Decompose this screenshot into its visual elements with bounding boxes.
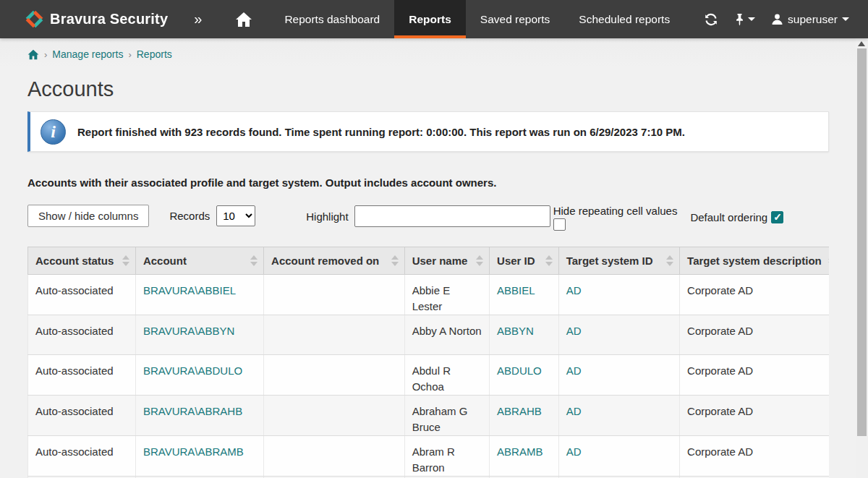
account-link[interactable]: BRAVURA\ABRAMB	[143, 445, 244, 458]
cell-text: Auto-associated	[35, 405, 114, 417]
sort-icon[interactable]	[545, 255, 553, 266]
target-system-id-link[interactable]: AD	[566, 364, 582, 377]
target-system-id-link[interactable]: AD	[566, 325, 582, 337]
username-label: superuser	[788, 13, 838, 26]
account-link[interactable]: BRAVURA\ABBIEL	[143, 284, 236, 296]
brand-logo[interactable]: Bravura Security	[0, 0, 178, 38]
sort-icon[interactable]	[666, 255, 673, 266]
tab-scheduled-reports[interactable]: Scheduled reports	[564, 0, 684, 38]
table-row: Auto-associatedBRAVURA\ABBIELAbbie E Les…	[28, 275, 830, 315]
column-header-account-removed-on[interactable]: Account removed on	[264, 247, 405, 275]
chevron-down-icon	[748, 17, 755, 21]
table-row: Auto-associatedBRAVURA\ABRAMBAbram R Bar…	[28, 436, 830, 477]
cell-account-status: Auto-associated	[28, 396, 136, 436]
highlight-input[interactable]	[354, 205, 550, 227]
cell-account-removed-on	[264, 436, 405, 477]
breadcrumb-home-icon[interactable]	[27, 49, 39, 60]
cell-account-status: Auto-associated	[28, 355, 136, 396]
vertical-scrollbar[interactable]	[856, 38, 868, 478]
cell-text: Corporate AD	[687, 284, 753, 296]
cell-target-system-id: AD	[558, 436, 679, 477]
cell-target-system-id: AD	[558, 315, 679, 355]
cell-user-name: Abby A Norton	[404, 315, 489, 355]
cell-target-system-id: AD	[558, 355, 679, 396]
home-icon	[235, 12, 252, 27]
user-id-link[interactable]: ABBIEL	[497, 284, 535, 296]
user-id-link[interactable]: ABRAHB	[497, 405, 542, 417]
account-link[interactable]: BRAVURA\ABDULO	[143, 364, 242, 377]
user-id-link[interactable]: ABDULO	[497, 364, 542, 377]
table-row: Auto-associatedBRAVURA\ABRAHBAbraham G B…	[28, 396, 830, 436]
brand-name: Bravura Security	[50, 11, 168, 27]
scrollbar-up-arrow-icon[interactable]	[858, 41, 865, 46]
cell-account-removed-on	[264, 396, 405, 436]
user-menu[interactable]: superuser	[771, 13, 849, 26]
sort-icon[interactable]	[122, 255, 129, 266]
sort-icon[interactable]	[250, 255, 258, 266]
cell-user-id: ABRAMB	[490, 436, 559, 477]
home-button[interactable]	[218, 0, 270, 38]
breadcrumb-manage-reports[interactable]: Manage reports	[52, 48, 123, 60]
cell-account-removed-on	[264, 315, 405, 355]
table-row: Auto-associatedBRAVURA\ABDULOAbdul R Och…	[28, 355, 830, 396]
column-header-user-name[interactable]: User name	[404, 247, 489, 275]
column-header-label: User ID	[497, 255, 535, 267]
refresh-button[interactable]	[704, 12, 718, 27]
default-ordering-label: Default ordering	[690, 211, 767, 223]
column-header-label: Account status	[35, 255, 114, 267]
column-header-label: Account removed on	[271, 255, 379, 267]
sort-icon[interactable]	[476, 255, 483, 266]
account-link[interactable]: BRAVURA\ABBYN	[143, 325, 234, 337]
cell-text: Abdul R Ochoa	[412, 364, 451, 393]
tab-reports[interactable]: Reports	[394, 0, 466, 38]
target-system-id-link[interactable]: AD	[566, 405, 582, 417]
tab-reports-dashboard[interactable]: Reports dashboard	[270, 0, 394, 38]
cell-text: Auto-associated	[35, 325, 114, 337]
tab-saved-reports[interactable]: Saved reports	[466, 0, 565, 38]
target-system-id-link[interactable]: AD	[566, 284, 582, 296]
scrollbar-thumb[interactable]	[857, 48, 867, 436]
cell-text: Corporate AD	[687, 405, 753, 417]
cell-account-status: Auto-associated	[28, 275, 136, 315]
default-ordering-checkbox[interactable]	[771, 211, 783, 223]
column-header-label: Target system ID	[566, 255, 653, 267]
sort-icon[interactable]	[391, 255, 399, 266]
report-table: Account statusAccountAccount removed onU…	[27, 247, 829, 478]
breadcrumb-separator: ›	[44, 49, 47, 60]
target-system-id-link[interactable]: AD	[566, 445, 582, 458]
show-hide-columns-button[interactable]: Show / hide columns	[27, 205, 149, 227]
pin-menu-button[interactable]	[734, 13, 755, 26]
cell-account-status: Auto-associated	[28, 315, 136, 355]
cell-account: BRAVURA\ABDULO	[135, 355, 263, 396]
cell-user-id: ABDULO	[490, 355, 559, 396]
column-header-user-id[interactable]: User ID	[490, 247, 559, 275]
info-icon: i	[41, 119, 66, 145]
cell-account-status: Auto-associated	[28, 436, 136, 477]
cell-target-system-id: AD	[558, 396, 679, 436]
report-description: Accounts with their associated profile a…	[27, 176, 829, 189]
cell-user-name: Abdul R Ochoa	[404, 355, 489, 396]
column-header-target-system-id[interactable]: Target system ID	[558, 247, 679, 275]
hide-repeating-checkbox[interactable]	[553, 218, 566, 231]
cell-text: Corporate AD	[687, 325, 753, 337]
breadcrumb-reports[interactable]: Reports	[137, 48, 172, 60]
breadcrumb-separator: ›	[128, 49, 131, 60]
collapse-menu-icon[interactable]: »	[178, 0, 218, 38]
account-link[interactable]: BRAVURA\ABRAHB	[143, 405, 242, 417]
user-id-link[interactable]: ABBYN	[497, 325, 534, 337]
table-header: Account statusAccountAccount removed onU…	[28, 247, 830, 275]
report-status-alert: i Report finished with 923 records found…	[27, 111, 829, 152]
column-header-account-status[interactable]: Account status	[28, 247, 136, 275]
cell-account-removed-on	[264, 275, 405, 315]
cell-user-id: ABBIEL	[490, 275, 559, 315]
column-header-account[interactable]: Account	[135, 247, 263, 275]
sort-icon[interactable]	[828, 255, 829, 266]
cell-text: Abby A Norton	[412, 325, 482, 337]
cell-target-system-id: AD	[558, 275, 679, 315]
cell-text: Abbie E Lester	[412, 284, 451, 312]
column-header-target-system-description[interactable]: Target system description	[680, 247, 829, 275]
cell-text: Abram R Barron	[412, 445, 455, 474]
records-select[interactable]: 10	[216, 205, 255, 226]
user-id-link[interactable]: ABRAMB	[497, 445, 542, 458]
pushpin-icon	[734, 13, 745, 26]
